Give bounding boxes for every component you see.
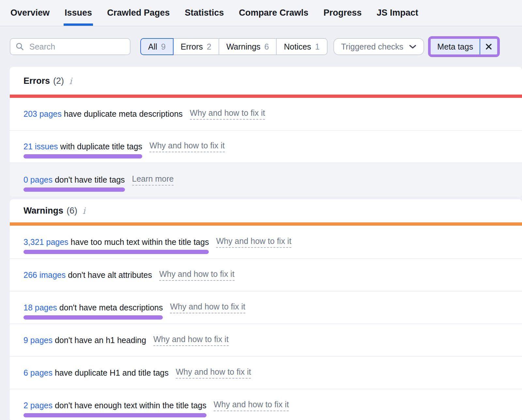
why-how-fix-link[interactable]: Why and how to fix it — [190, 108, 265, 120]
segment-warnings[interactable]: Warnings6 — [219, 38, 277, 55]
issue-text: 18 pages don't have meta descriptions — [23, 303, 163, 312]
why-how-fix-link[interactable]: Why and how to fix it — [214, 400, 289, 411]
warnings-section: Warnings(6)i3,321 pages have too much te… — [10, 199, 522, 420]
issue-count-link[interactable]: 3,321 pages — [23, 237, 69, 247]
section-count: (6) — [67, 206, 77, 216]
issue-text: 2 pages don't have enough text within th… — [23, 401, 207, 410]
segment-count: 6 — [264, 42, 269, 52]
segment-label: Warnings — [226, 42, 261, 52]
issue-row: 2 pages don't have enough text within th… — [10, 389, 522, 420]
learn-more-link[interactable]: Learn more — [132, 174, 174, 186]
highlight-marker — [23, 154, 142, 158]
meta-tags-filter-chip[interactable]: Meta tags — [431, 39, 497, 54]
issues-list: Errors(2)i203 pages have duplicate meta … — [0, 67, 522, 420]
tab-crawled-pages[interactable]: Crawled Pages — [107, 0, 170, 26]
segment-count: 1 — [315, 42, 320, 52]
filter-chip-annotation-box: Meta tags — [428, 36, 500, 57]
issue-row: 203 pages have duplicate meta descriptio… — [10, 98, 522, 130]
errors-accent-bar — [10, 95, 522, 98]
issue-row: 6 pages have duplicate H1 and title tags… — [10, 356, 522, 389]
section-title: Errors — [23, 76, 50, 86]
triggered-checks-label: Triggered checks — [341, 42, 404, 52]
toolbar: All9Errors2Warnings6Notices1 Triggered c… — [10, 36, 512, 57]
triggered-checks-dropdown[interactable]: Triggered checks — [333, 38, 424, 55]
section-header: Warnings(6)i — [10, 199, 522, 222]
segment-all[interactable]: All9 — [140, 38, 174, 55]
issue-count-link[interactable]: 18 pages — [23, 303, 57, 312]
issue-row: 9 pages don't have an h1 headingWhy and … — [10, 323, 522, 356]
issue-text: 9 pages don't have an h1 heading — [23, 336, 146, 345]
issue-row: 0 pages don't have title tagsLearn more — [10, 162, 522, 197]
issue-count-link[interactable]: 9 pages — [23, 336, 53, 345]
highlight-marker — [23, 315, 163, 320]
segment-count: 9 — [161, 42, 166, 52]
issue-text: 6 pages have duplicate H1 and title tags — [23, 368, 169, 378]
tab-compare-crawls[interactable]: Compare Crawls — [239, 0, 308, 26]
section-title: Warnings — [23, 206, 63, 216]
severity-filter: All9Errors2Warnings6Notices1 — [140, 38, 328, 55]
why-how-fix-link[interactable]: Why and how to fix it — [216, 236, 291, 248]
issue-row: 18 pages don't have meta descriptionsWhy… — [10, 291, 522, 323]
chevron-down-icon — [409, 45, 416, 49]
issue-text: 0 pages don't have title tags — [23, 175, 125, 185]
segment-label: Notices — [284, 42, 311, 52]
issue-count-link[interactable]: 2 pages — [23, 401, 53, 410]
why-how-fix-link[interactable]: Why and how to fix it — [153, 335, 229, 346]
why-how-fix-link[interactable]: Why and how to fix it — [149, 141, 225, 152]
top-nav: OverviewIssuesCrawled PagesStatisticsCom… — [0, 0, 522, 26]
warnings-accent-bar — [10, 222, 522, 226]
info-icon[interactable]: i — [83, 206, 85, 215]
why-how-fix-link[interactable]: Why and how to fix it — [170, 302, 245, 313]
issue-text: 3,321 pages have too much text within th… — [23, 237, 209, 247]
issue-text: 266 images don't have alt attributes — [23, 270, 152, 280]
issue-count-link[interactable]: 266 images — [23, 270, 66, 279]
info-icon[interactable]: i — [69, 77, 72, 85]
tab-issues[interactable]: Issues — [65, 0, 92, 26]
remove-filter-button[interactable] — [480, 39, 497, 54]
filter-chip-label: Meta tags — [431, 42, 480, 52]
tab-overview[interactable]: Overview — [10, 0, 50, 26]
tab-progress[interactable]: Progress — [323, 0, 361, 26]
segment-errors[interactable]: Errors2 — [173, 38, 219, 55]
segment-notices[interactable]: Notices1 — [276, 38, 327, 55]
issue-text: 21 issues with duplicate title tags — [23, 142, 142, 151]
why-how-fix-link[interactable]: Why and how to fix it — [176, 367, 251, 379]
issue-row: 21 issues with duplicate title tagsWhy a… — [10, 130, 522, 162]
segment-label: All — [148, 42, 157, 52]
highlight-marker — [23, 250, 209, 254]
why-how-fix-link[interactable]: Why and how to fix it — [159, 269, 235, 281]
tab-statistics[interactable]: Statistics — [185, 0, 224, 26]
highlight-marker — [23, 413, 207, 417]
search-input[interactable] — [29, 42, 125, 52]
issue-row: 3,321 pages have too much text within th… — [10, 226, 522, 258]
issue-text: 203 pages have duplicate meta descriptio… — [23, 109, 183, 119]
close-icon — [485, 43, 492, 50]
search-box[interactable] — [10, 38, 130, 55]
tab-js-impact[interactable]: JS Impact — [376, 0, 418, 26]
issue-count-link[interactable]: 21 issues — [23, 142, 58, 151]
errors-section: Errors(2)i203 pages have duplicate meta … — [10, 67, 522, 197]
issue-count-link[interactable]: 0 pages — [23, 175, 53, 184]
issue-count-link[interactable]: 6 pages — [23, 368, 53, 377]
issue-count-link[interactable]: 203 pages — [23, 109, 62, 118]
segment-count: 2 — [207, 42, 211, 52]
section-header: Errors(2)i — [10, 67, 522, 95]
section-count: (2) — [53, 76, 64, 86]
issue-row: 266 images don't have alt attributesWhy … — [10, 258, 522, 291]
highlight-marker — [23, 188, 125, 192]
search-icon — [16, 42, 24, 51]
segment-label: Errors — [181, 42, 203, 52]
